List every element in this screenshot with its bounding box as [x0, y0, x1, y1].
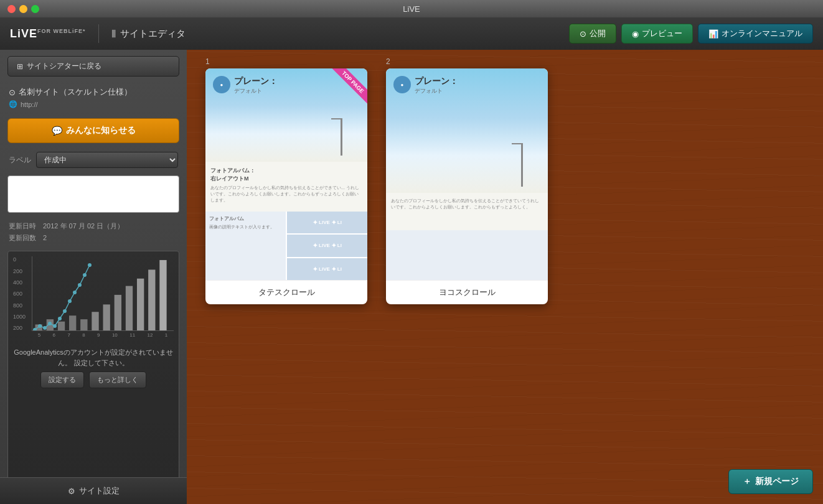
- notify-button[interactable]: 💬 みんなに知らせる: [7, 118, 179, 143]
- app-header: LiVEFOR WEBLiFE* ⦀ サイトエディタ ⊙ 公開 ◉ プレビュー …: [0, 17, 823, 50]
- svg-point-20: [73, 291, 77, 294]
- svg-point-14: [43, 326, 47, 330]
- manual-button[interactable]: 📊 オンラインマニュアル: [698, 24, 813, 44]
- close-button[interactable]: [7, 5, 16, 13]
- page-2-inner: ● プレーン： デフォルト: [386, 68, 548, 280]
- back-to-theater-button[interactable]: ⊞ サイトシアターに戻る: [7, 56, 179, 77]
- page-1-wrapper: 1 ● プレーン： デフォルト: [205, 68, 367, 304]
- thumb-content: フォトアルバム：右レイアウトM あなたのプロフィールをしかし私の気持ちを伝えるこ…: [205, 162, 367, 212]
- page-2-number: 2: [386, 57, 390, 66]
- chart-x-labels: 5 6 7 8 9 10 11 12 1: [32, 332, 174, 343]
- header-divider: [98, 24, 99, 43]
- analytics-chart-area: 200 1000 800 600 400 200 0: [7, 251, 179, 499]
- label-row: ラベル 作成中公開中非公開: [0, 149, 187, 170]
- site-info: ⊙ 名刺サイト（スケルトン仕様） 🌐 http://: [0, 83, 187, 112]
- svg-rect-8: [126, 286, 133, 330]
- title-bar: LiVE: [0, 0, 823, 17]
- gear-icon: ⚙: [68, 487, 75, 496]
- site-settings-button[interactable]: ⚙ サイト設定: [0, 478, 187, 504]
- label-text: ラベル: [9, 155, 31, 166]
- chat-icon: 💬: [52, 126, 62, 136]
- site-name: ⊙ 名刺サイト（スケルトン仕様）: [9, 86, 178, 98]
- window-controls: [7, 5, 39, 13]
- grid-icon: ⊞: [17, 62, 23, 71]
- thumb-title-text: プレーン： デフォルト: [234, 76, 278, 95]
- page-2-wrapper: 2 ● プレーン： デフォルト: [386, 68, 548, 304]
- sidebar: ⊞ サイトシアターに戻る ⊙ 名刺サイト（スケルトン仕様） 🌐 http:// …: [0, 50, 187, 504]
- main-layout: ⊞ サイトシアターに戻る ⊙ 名刺サイト（スケルトン仕様） 🌐 http:// …: [0, 50, 823, 504]
- analytics-message: GoogleAnalyticsのアカウントが設定がされていません。 設定して下さ…: [13, 347, 174, 368]
- plus-icon: ＋: [743, 476, 751, 487]
- svg-rect-4: [80, 320, 87, 331]
- analytics-setup-button[interactable]: 設定する: [40, 371, 84, 388]
- svg-rect-6: [103, 305, 110, 331]
- chart-container: 200 1000 800 600 400 200 0: [13, 256, 174, 343]
- svg-rect-11: [159, 260, 166, 330]
- svg-point-19: [68, 299, 72, 303]
- page-1-label: タテスクロール: [205, 280, 367, 304]
- analytics-detail-button[interactable]: もっと詳しく: [89, 371, 146, 388]
- label-select[interactable]: 作成中公開中非公開: [36, 152, 178, 168]
- svg-point-16: [53, 324, 57, 328]
- memo-box[interactable]: [7, 175, 179, 213]
- svg-rect-3: [69, 316, 76, 331]
- svg-point-23: [88, 263, 92, 267]
- svg-point-21: [78, 283, 82, 287]
- thumb2-logo: ●: [393, 76, 411, 93]
- thumb-gallery: フォトアルバム 画像の説明テキストが入ります。 ✦ LIVE ✦ LI: [205, 212, 367, 280]
- svg-point-15: [48, 322, 52, 325]
- svg-point-17: [58, 317, 62, 320]
- main-content: 1 ● プレーン： デフォルト: [187, 50, 823, 504]
- page-2-thumb: ● プレーン： デフォルト: [386, 68, 548, 280]
- pages-container: 1 ● プレーン： デフォルト: [187, 50, 823, 323]
- thumb2-header: ● プレーン： デフォルト: [386, 68, 548, 193]
- chart-y-labels: 200 1000 800 600 400 200 0: [13, 256, 31, 331]
- globe-icon: 🌐: [9, 100, 17, 108]
- top-page-badge: [325, 68, 367, 111]
- live-cell-3: ✦ LIVE ✦ LI: [287, 258, 367, 280]
- site-editor-label: ⦀ サイトエディタ: [111, 27, 186, 40]
- bars-icon: ⦀: [111, 27, 116, 40]
- live-cell-1: ✦ LIVE ✦ LI: [287, 212, 367, 233]
- svg-rect-2: [58, 322, 65, 330]
- preview-button[interactable]: ◉ プレビュー: [621, 24, 693, 44]
- app-logo: LiVEFOR WEBLiFE*: [10, 27, 86, 40]
- svg-point-18: [63, 309, 67, 313]
- street-lamp: [341, 118, 342, 156]
- site-icon: ⊙: [9, 88, 16, 97]
- eye-icon: ◉: [632, 29, 639, 39]
- page-2-card[interactable]: ● プレーン： デフォルト: [386, 68, 548, 304]
- chart-area: [32, 256, 174, 331]
- svg-point-22: [83, 273, 87, 277]
- update-info: 更新日時 2012 年 07 月 02 日（月） 更新回数 2: [0, 218, 187, 246]
- site-url: 🌐 http://: [9, 100, 178, 108]
- maximize-button[interactable]: [31, 5, 39, 13]
- book-icon: 📊: [708, 29, 718, 39]
- thumb2-title-text: プレーン： デフォルト: [415, 76, 458, 95]
- svg-point-13: [38, 324, 42, 328]
- minimize-button[interactable]: [19, 5, 27, 13]
- page-1-inner: ● プレーン： デフォルト フォトアルバム：右レイアウトM あなたのプロ: [205, 68, 367, 280]
- svg-rect-9: [137, 279, 144, 330]
- page-2-label: ヨコスクロール: [386, 280, 548, 304]
- window-title: LiVE: [403, 4, 420, 14]
- page-1-card[interactable]: ● プレーン： デフォルト フォトアルバム：右レイアウトM あなたのプロ: [205, 68, 367, 304]
- svg-rect-7: [115, 295, 121, 330]
- page-1-number: 1: [205, 57, 210, 66]
- svg-rect-10: [148, 270, 155, 331]
- new-page-button[interactable]: ＋ 新規ページ: [728, 469, 813, 494]
- svg-rect-5: [92, 312, 98, 331]
- header-buttons: ⊙ 公開 ◉ プレビュー 📊 オンラインマニュアル: [569, 24, 813, 44]
- analytics-buttons: 設定する もっと詳しく: [13, 371, 174, 388]
- publish-icon: ⊙: [580, 29, 586, 39]
- sidebar-footer: ⚙ サイト設定: [0, 477, 187, 504]
- header-left: LiVEFOR WEBLiFE* ⦀ サイトエディタ: [10, 24, 186, 43]
- live-cell-2: ✦ LIVE ✦ LI: [287, 235, 367, 256]
- thumb-logo: ●: [213, 76, 230, 93]
- publish-button[interactable]: ⊙ 公開: [569, 24, 616, 44]
